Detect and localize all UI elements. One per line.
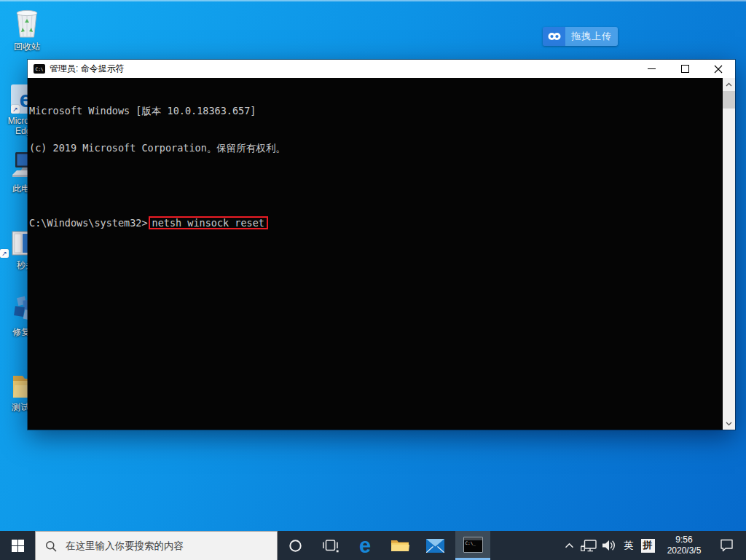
language-indicator[interactable]: 英 xyxy=(619,531,638,560)
windows-logo-icon xyxy=(12,540,24,552)
cortana-button[interactable] xyxy=(278,531,313,560)
desktop-top-highlight xyxy=(0,0,746,1)
scroll-up-icon[interactable] xyxy=(723,78,735,90)
cortana-ring-icon xyxy=(288,539,302,553)
tray-expand-chevron[interactable] xyxy=(560,531,578,560)
console-line-copyright: (c) 2019 Microsoft Corporation。保留所有权利。 xyxy=(29,142,723,154)
start-button[interactable] xyxy=(0,531,35,560)
shortcut-arrow-icon: ↗ xyxy=(0,249,9,258)
edge-icon: e xyxy=(359,535,371,556)
console-prompt: C:\Windows\system32> xyxy=(29,217,148,229)
netdisk-cloud-icon xyxy=(543,27,565,46)
action-center-icon xyxy=(720,539,734,552)
console-prompt-line: C:\Windows\system32>netsh winsock reset xyxy=(29,216,723,229)
drag-upload-button[interactable]: 拖拽上传 xyxy=(565,27,618,46)
cmd-titlebar[interactable]: C:\ 管理员: 命令提示符 xyxy=(28,60,735,78)
maximize-button[interactable] xyxy=(668,60,702,78)
speaker-icon xyxy=(602,540,616,551)
folder-icon xyxy=(390,538,409,553)
volume-status[interactable] xyxy=(599,531,619,560)
network-status[interactable] xyxy=(578,531,599,560)
action-center-button[interactable] xyxy=(711,531,742,560)
cmd-taskbar-button[interactable]: C:\_ xyxy=(455,531,490,560)
desktop-icon-recycle-bin[interactable]: 回收站 xyxy=(1,6,52,52)
cmd-window: C:\ 管理员: 命令提示符 Microsoft Windows [版本 10.… xyxy=(28,60,735,430)
mail-button[interactable] xyxy=(417,531,452,560)
console-line-version: Microsoft Windows [版本 10.0.18363.657] xyxy=(29,105,723,117)
recycle-bin-label: 回收站 xyxy=(1,42,52,52)
chevron-up-icon xyxy=(565,543,574,548)
edge-taskbar-button[interactable]: e xyxy=(348,531,382,560)
system-tray: 英 拼 9:56 2020/3/5 xyxy=(560,531,746,560)
file-explorer-button[interactable] xyxy=(382,531,417,560)
clock-date: 2020/3/5 xyxy=(667,545,702,556)
drag-upload-widget[interactable]: 拖拽上传 xyxy=(543,27,618,46)
cmd-app-icon: C:\ xyxy=(34,64,45,74)
ime-indicator[interactable]: 拼 xyxy=(638,531,657,560)
highlighted-command: netsh winsock reset xyxy=(149,216,268,229)
ime-box: 拼 xyxy=(641,539,655,553)
mail-icon xyxy=(426,539,444,553)
minimize-button[interactable] xyxy=(635,60,668,78)
taskbar-search[interactable] xyxy=(35,531,278,560)
scroll-down-icon[interactable] xyxy=(723,417,735,430)
clock-time: 9:56 xyxy=(675,535,692,545)
scrollbar-thumb[interactable] xyxy=(723,91,735,109)
console-scrollbar[interactable] xyxy=(723,78,735,430)
network-ethernet-icon xyxy=(581,540,597,552)
window-title: 管理员: 命令提示符 xyxy=(50,63,125,75)
task-view-button[interactable] xyxy=(313,531,348,560)
shortcut-arrow-icon: ↗ xyxy=(11,105,20,114)
recycle-bin-icon xyxy=(1,6,52,39)
search-input[interactable] xyxy=(64,540,249,552)
close-button[interactable] xyxy=(702,60,735,78)
search-icon xyxy=(45,540,57,552)
taskbar: e C:\_ xyxy=(0,531,746,560)
console-blank-line xyxy=(29,179,723,192)
cmd-icon: C:\_ xyxy=(463,537,483,553)
console-output[interactable]: Microsoft Windows [版本 10.0.18363.657] (c… xyxy=(28,78,723,430)
clock[interactable]: 9:56 2020/3/5 xyxy=(657,531,711,560)
task-view-icon xyxy=(322,539,339,553)
